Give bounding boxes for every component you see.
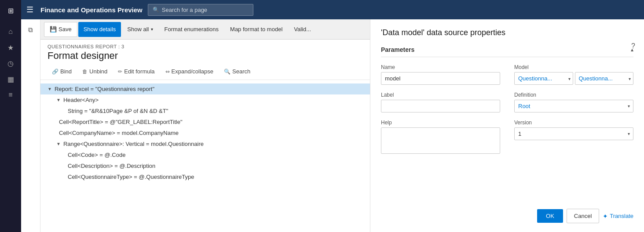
- help-label: Help: [381, 120, 500, 126]
- expand-icon: ▼: [56, 98, 61, 102]
- map-format-button[interactable]: Map format to model: [225, 22, 288, 37]
- name-input[interactable]: [381, 72, 500, 85]
- translate-button[interactable]: ✦ Translate: [603, 213, 633, 220]
- version-field: Version 1 ▾: [514, 120, 633, 154]
- save-icon: 💾: [50, 26, 57, 33]
- definition-select[interactable]: Root: [514, 100, 633, 112]
- show-all-button[interactable]: Show all ▾: [122, 22, 158, 37]
- label-input[interactable]: [381, 100, 500, 112]
- designer-panel: 💾 Save Show details Show all ▾ Format en…: [40, 19, 370, 232]
- search-button[interactable]: 🔍 Search: [220, 66, 255, 77]
- search-action-icon: 🔍: [224, 69, 231, 75]
- edit-formula-button[interactable]: ✏ Edit formula: [113, 66, 159, 77]
- expand-collapse-button[interactable]: ⇔ Expand/collapse: [161, 66, 218, 77]
- model-select-1[interactable]: Questionna...: [514, 72, 573, 85]
- model-label: Model: [514, 64, 633, 70]
- tree-item[interactable]: String = "&R&10Page &P of &N &D &T": [40, 105, 370, 116]
- translate-icon: ✦: [603, 213, 608, 220]
- tree-item[interactable]: ▼ Header<Any>: [40, 94, 370, 105]
- expand-icon: ▼: [48, 87, 52, 91]
- panel-footer: OK Cancel ✦ Translate: [381, 200, 633, 223]
- recent-icon[interactable]: ◷: [4, 56, 18, 70]
- tree-item[interactable]: Cell<QuestionnaireType> = @.Questionnair…: [40, 171, 370, 182]
- form-grid: Name Model Questionna... ▾: [381, 64, 633, 154]
- main-area: ☰ Finance and Operations Preview 🔍 Searc…: [21, 0, 644, 232]
- breadcrumb-area: QUESTIONNAIRES REPORT : 3 Format designe…: [40, 40, 370, 63]
- unbind-icon: 🗑: [82, 69, 88, 75]
- model-select-2[interactable]: Questionna...: [575, 72, 634, 85]
- version-select[interactable]: 1: [514, 127, 633, 140]
- valid-button[interactable]: Valid...: [289, 22, 316, 37]
- breadcrumb: QUESTIONNAIRES REPORT : 3: [48, 44, 363, 49]
- search-bar-text: Search for a page: [162, 7, 207, 13]
- bind-icon: 🔗: [52, 69, 59, 75]
- edit-formula-icon: ✏: [118, 69, 122, 75]
- tree-item[interactable]: ▼ Report: Excel = "Questionnaires report…: [40, 83, 370, 94]
- tree-item[interactable]: ▼ Range<Questionnaire>: Vertical = model…: [40, 138, 370, 149]
- hamburger-icon[interactable]: ☰: [26, 5, 33, 14]
- page-title: Format designer: [48, 50, 363, 62]
- search-bar-icon: 🔍: [153, 7, 159, 13]
- left-navigation: ⊞ ⌂ ★ ◷ ▦ ≡: [0, 0, 21, 232]
- format-enumerations-button[interactable]: Format enumerations: [159, 22, 224, 37]
- version-select-wrapper: 1 ▾: [514, 127, 633, 140]
- expand-icon: ▼: [56, 141, 61, 146]
- parameters-section-header: Parameters ▴: [381, 46, 633, 57]
- label-label: Label: [381, 92, 500, 98]
- model-selects: Questionna... ▾ Questionna... ▾: [514, 72, 633, 85]
- save-button[interactable]: 💾 Save: [44, 22, 77, 37]
- help-input[interactable]: [381, 127, 500, 154]
- definition-label: Definition: [514, 92, 633, 98]
- app-grid-icon[interactable]: ⊞: [4, 4, 18, 18]
- unbind-button[interactable]: 🗑 Unbind: [78, 66, 112, 77]
- label-field: Label: [381, 92, 500, 112]
- help-field: Help: [381, 120, 500, 154]
- tree-item[interactable]: Cell<CompanyName> = model.CompanyName: [40, 127, 370, 138]
- ok-button[interactable]: OK: [537, 209, 563, 223]
- definition-select-wrapper: Root ▾: [514, 100, 633, 112]
- filter-icon[interactable]: ⧉: [24, 23, 38, 37]
- modules-icon[interactable]: ≡: [4, 88, 18, 102]
- tree-area: ▼ Report: Excel = "Questionnaires report…: [40, 80, 370, 232]
- parameters-section-title: Parameters: [381, 46, 414, 53]
- model-select-2-wrapper: Questionna... ▾: [575, 72, 634, 85]
- right-panel: ? 'Data model' data source properties Pa…: [370, 19, 644, 232]
- panel-title: 'Data model' data source properties: [381, 28, 633, 37]
- toolbar: 💾 Save Show details Show all ▾ Format en…: [40, 19, 370, 40]
- tree-item[interactable]: Cell<Code> = @.Code: [40, 149, 370, 160]
- version-label: Version: [514, 120, 633, 126]
- content-wrapper: ⧉ 💾 Save Show details Show all ▾ Format …: [21, 19, 644, 232]
- expand-collapse-icon: ⇔: [165, 69, 170, 75]
- side-icons: ⧉: [21, 19, 40, 232]
- show-details-button[interactable]: Show details: [78, 22, 121, 37]
- model-field: Model Questionna... ▾ Questionna...: [514, 64, 633, 85]
- top-header: ☰ Finance and Operations Preview 🔍 Searc…: [21, 0, 644, 19]
- model-select-1-wrapper: Questionna... ▾: [514, 72, 573, 85]
- tree-item[interactable]: Cell<Description> = @.Description: [40, 160, 370, 171]
- show-all-chevron-icon: ▾: [151, 27, 153, 32]
- definition-field: Definition Root ▾: [514, 92, 633, 112]
- name-label: Name: [381, 64, 500, 70]
- favorites-icon[interactable]: ★: [4, 40, 18, 54]
- search-bar[interactable]: 🔍 Search for a page: [148, 4, 253, 16]
- name-field: Name: [381, 64, 500, 85]
- tree-item[interactable]: Cell<ReportTitle> = @"GER_LABEL:ReportTi…: [40, 116, 370, 127]
- home-icon[interactable]: ⌂: [4, 25, 18, 39]
- action-bar: 🔗 Bind 🗑 Unbind ✏ Edit formula ⇔ Expand/…: [40, 63, 370, 80]
- bind-button[interactable]: 🔗 Bind: [48, 66, 76, 77]
- workspaces-icon[interactable]: ▦: [4, 72, 18, 86]
- help-icon[interactable]: ?: [631, 42, 635, 50]
- app-title: Finance and Operations Preview: [40, 6, 143, 14]
- cancel-button[interactable]: Cancel: [567, 209, 599, 223]
